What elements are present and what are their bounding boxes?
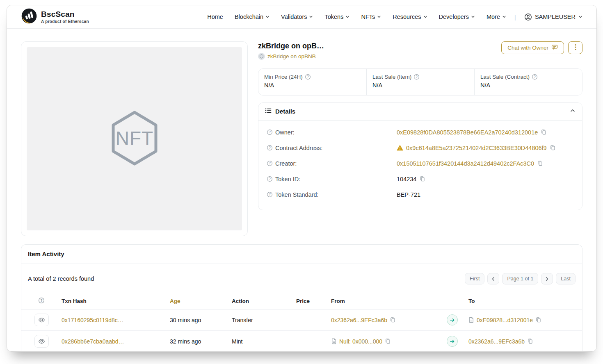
collection-link[interactable]: zkBridge on opBNB xyxy=(258,53,324,60)
direction-badge xyxy=(447,336,458,347)
pagination-next-button[interactable] xyxy=(541,273,553,284)
details-body: ?Owner:0xE09828f0DA805523878Be66EA2a7024… xyxy=(258,121,582,210)
detail-value-link[interactable]: 0x9c614a8E5a23725214024d2C3633BE30D44806… xyxy=(406,145,547,151)
nav-item-resources[interactable]: Resources xyxy=(393,14,427,20)
nav-item-tokens[interactable]: Tokens xyxy=(324,14,349,20)
col-price: Price xyxy=(296,298,331,304)
svg-text:?: ? xyxy=(269,146,271,150)
pagination-last-button[interactable]: Last xyxy=(556,273,576,284)
details-collapse-header[interactable]: Details xyxy=(258,103,582,121)
more-options-button[interactable] xyxy=(568,41,582,54)
copy-button[interactable] xyxy=(419,176,425,182)
copy-button[interactable] xyxy=(537,160,543,166)
detail-row-creator: ?Creator:0x15051107651f3420144d3a2412d49… xyxy=(265,156,576,171)
nav-item-home[interactable]: Home xyxy=(207,14,223,20)
help-icon[interactable]: ? xyxy=(267,191,273,198)
user-menu[interactable]: SAMPLEUSER xyxy=(524,13,582,21)
activity-row: 0x286bb6e7cba0aabd…32 mins agoMintNull: … xyxy=(21,331,582,352)
help-icon[interactable]: ? xyxy=(267,160,273,166)
chevron-down-icon xyxy=(423,15,427,19)
action-cell: Transfer xyxy=(232,317,296,323)
age-cell: 30 mins ago xyxy=(170,317,232,323)
preview-tx-button[interactable] xyxy=(34,335,49,348)
txn-hash-link[interactable]: 0x286bb6e7cba0aabd… xyxy=(62,338,170,345)
copy-button[interactable] xyxy=(390,317,396,323)
list-icon xyxy=(265,107,272,116)
nav-item-label: Tokens xyxy=(324,14,343,20)
svg-text:?: ? xyxy=(307,75,309,79)
col-action: Action xyxy=(232,298,296,304)
records-count-text: A total of 2 records found xyxy=(28,275,94,282)
help-icon[interactable]: ? xyxy=(267,145,273,151)
top-nav-bar: BscScan A product of Etherscan HomeBlock… xyxy=(7,5,596,29)
pagination-first-button[interactable]: First xyxy=(465,273,484,284)
pagination-page-label[interactable]: Page 1 of 1 xyxy=(502,273,538,284)
contract-file-icon xyxy=(468,317,474,323)
details-title: Details xyxy=(275,108,295,115)
stat-value: N/A xyxy=(372,82,468,89)
nav-item-label: Validators xyxy=(281,14,307,20)
nav-item-blockchain[interactable]: Blockchain xyxy=(235,14,270,20)
arrow-right-icon xyxy=(450,318,455,323)
help-icon[interactable]: ? xyxy=(532,74,538,80)
nav-item-developers[interactable]: Developers xyxy=(439,14,475,20)
chevron-down-icon xyxy=(345,15,349,19)
to-address-link[interactable]: 0xE09828...d312001e xyxy=(477,317,533,323)
nav-item-validators[interactable]: Validators xyxy=(281,14,313,20)
nav-item-nfts[interactable]: NFTs xyxy=(361,14,381,20)
details-card: Details ?Owner:0xE09828f0DA805523878Be66… xyxy=(258,102,582,210)
price-stats-card: Min Price (24H)?N/ALast Sale (Item)?N/AL… xyxy=(258,68,582,96)
stat-value: N/A xyxy=(480,82,576,89)
help-icon[interactable]: ? xyxy=(267,176,273,182)
to-address-link[interactable]: 0x2362a6...9EFc3a6b xyxy=(468,338,525,345)
help-icon[interactable]: ? xyxy=(267,129,273,135)
svg-text:?: ? xyxy=(534,75,536,79)
stat-value: N/A xyxy=(264,82,361,89)
help-icon[interactable]: ? xyxy=(413,74,420,80)
detail-label: Creator: xyxy=(275,160,297,167)
detail-value: BEP-721 xyxy=(397,191,420,198)
nft-info-column: zkBridge on opB… zkBridge on opBNB xyxy=(258,41,582,236)
bscscan-logo-icon xyxy=(21,8,37,26)
copy-button[interactable] xyxy=(541,129,547,135)
from-address-link[interactable]: Null: 0x000...000 xyxy=(339,338,382,345)
detail-label: Contract Address: xyxy=(275,145,322,151)
item-activity-title: Item Activity xyxy=(28,250,64,257)
detail-row-token-id: ?Token ID:104234 xyxy=(265,171,576,187)
nav-item-more[interactable]: More xyxy=(487,14,506,20)
help-icon[interactable]: ? xyxy=(305,74,311,80)
nav-divider: | xyxy=(514,14,516,20)
detail-value-link[interactable]: 0x15051107651f3420144d3a2412d49402c2FAc3… xyxy=(397,160,534,167)
detail-label: Token ID: xyxy=(275,176,300,182)
col-txn-hash: Txn Hash xyxy=(62,298,170,304)
col-age-toggle[interactable]: Age xyxy=(170,298,232,304)
copy-icon xyxy=(527,338,533,344)
age-cell: 32 mins ago xyxy=(170,338,232,345)
from-address-link[interactable]: 0x2362a6...9EFc3a6b xyxy=(331,317,387,323)
detail-value-link[interactable]: 0xE09828f0DA805523878Be66EA2a70240d31200… xyxy=(397,129,538,136)
copy-button[interactable] xyxy=(385,338,391,344)
arrow-right-icon xyxy=(450,339,455,344)
bscscan-logo[interactable]: BscScan A product of Etherscan xyxy=(21,8,89,26)
chevron-down-icon xyxy=(377,15,381,19)
detail-value: 104234 xyxy=(397,176,416,182)
copy-button[interactable] xyxy=(527,338,533,344)
activity-table-body: 0x17160295c0119d8c…30 mins agoTransfer0x… xyxy=(21,309,582,352)
nav-item-label: Blockchain xyxy=(235,14,263,20)
copy-button[interactable] xyxy=(535,317,541,323)
pagination: First Page 1 of 1 Last xyxy=(465,273,576,284)
stat-label: Last Sale (Contract) xyxy=(480,74,530,80)
action-cell: Mint xyxy=(232,338,296,345)
help-icon[interactable]: ? xyxy=(38,297,45,305)
txn-hash-link[interactable]: 0x17160295c0119d8c… xyxy=(62,317,170,323)
activity-row: 0x17160295c0119d8c…30 mins agoTransfer0x… xyxy=(21,309,582,331)
preview-tx-button[interactable] xyxy=(34,314,49,326)
copy-icon xyxy=(541,129,547,135)
chevron-down-icon xyxy=(471,15,475,19)
chat-with-owner-button[interactable]: Chat with Owner xyxy=(501,41,564,54)
copy-icon xyxy=(385,338,391,344)
detail-row-token-standard: ?Token Standard:BEP-721 xyxy=(265,187,576,202)
copy-icon xyxy=(550,145,556,151)
copy-button[interactable] xyxy=(550,145,556,151)
pagination-prev-button[interactable] xyxy=(487,273,499,284)
